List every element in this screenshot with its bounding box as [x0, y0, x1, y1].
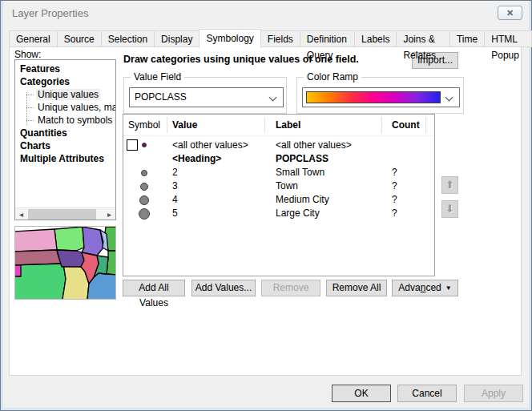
- value-field-dropdown[interactable]: POPCLASS: [129, 87, 284, 107]
- show-label: Show:: [14, 49, 41, 60]
- tree-item-unique-values[interactable]: Unique values: [15, 88, 115, 101]
- value-field-group: Value Field POPCLASS: [123, 77, 287, 114]
- dropdown-arrow-icon: ▼: [445, 284, 452, 292]
- tab-source[interactable]: Source: [57, 30, 102, 47]
- chevron-down-icon: [269, 94, 277, 102]
- column-header-label[interactable]: Label: [276, 115, 300, 135]
- table-row-large-city[interactable]: 5 Large City ?: [123, 207, 434, 220]
- close-icon: ✕: [506, 8, 514, 18]
- tab-strip: General Source Selection Display Symbolo…: [9, 30, 531, 48]
- map-preview: [14, 226, 116, 300]
- tree-horizontal-scrollbar[interactable]: ◂ ▸: [15, 208, 115, 220]
- tab-fields[interactable]: Fields: [260, 30, 300, 47]
- scrollbar-thumb[interactable]: [28, 209, 96, 220]
- column-header-count[interactable]: Count: [392, 115, 420, 135]
- title-bar[interactable]: Layer Properties ✕: [1, 1, 531, 25]
- ok-button[interactable]: OK: [332, 385, 391, 402]
- point-symbol-icon[interactable]: [139, 195, 149, 205]
- tree-connector-line: [26, 92, 27, 125]
- table-row-all-other-values[interactable]: <all other values> <all other values>: [123, 139, 434, 152]
- color-ramp-dropdown[interactable]: [302, 87, 460, 107]
- tab-html-popup[interactable]: HTML Popup: [484, 30, 532, 47]
- tab-selection[interactable]: Selection: [101, 30, 155, 47]
- chevron-down-icon: [445, 94, 453, 102]
- tree-item-features[interactable]: Features: [15, 62, 115, 75]
- tree-item-categories[interactable]: Categories: [15, 75, 115, 88]
- tree-item-quantities[interactable]: Quantities: [15, 127, 115, 139]
- point-symbol-icon[interactable]: [139, 208, 150, 220]
- advanced-button[interactable]: Advanced▼: [392, 280, 458, 296]
- table-row-medium-city[interactable]: 4 Medium City ?: [123, 193, 434, 207]
- tab-definition-query[interactable]: Definition Query: [300, 30, 355, 47]
- table-row-town[interactable]: 3 Town ?: [123, 179, 434, 193]
- close-button[interactable]: ✕: [498, 6, 522, 20]
- remove-button: Remove: [261, 280, 320, 296]
- dialog-title: Layer Properties: [12, 7, 88, 19]
- add-all-values-button[interactable]: Add All Values: [123, 280, 185, 296]
- point-symbol-icon[interactable]: [140, 183, 148, 191]
- column-header-value[interactable]: Value: [172, 115, 197, 135]
- renderer-tree: Features Categories Unique values Unique…: [14, 59, 116, 220]
- column-divider[interactable]: [264, 117, 265, 133]
- apply-button: Apply: [464, 385, 523, 402]
- tab-joins-relates[interactable]: Joins & Relates: [396, 30, 450, 47]
- column-divider[interactable]: [167, 117, 167, 133]
- tree-item-match-to-symbols[interactable]: Match to symbols in a: [15, 114, 115, 127]
- move-down-button[interactable]: ⬇: [441, 200, 458, 218]
- column-divider[interactable]: [381, 117, 382, 133]
- value-field-label: Value Field: [131, 71, 184, 83]
- tree-item-unique-values-many[interactable]: Unique values, many: [15, 101, 115, 114]
- tab-display[interactable]: Display: [154, 30, 200, 47]
- symbology-tab-page: Show: Features Categories Unique values …: [9, 46, 522, 376]
- table-row-heading[interactable]: <Heading> POPCLASS: [123, 152, 434, 166]
- header-divider: [123, 135, 434, 136]
- symbol-table[interactable]: Symbol Value Label Count <all other valu…: [123, 114, 435, 276]
- tab-labels[interactable]: Labels: [354, 30, 397, 47]
- column-header-symbol[interactable]: Symbol: [128, 115, 160, 135]
- color-ramp-preview: [306, 91, 441, 103]
- point-symbol-icon[interactable]: [141, 170, 147, 176]
- column-divider[interactable]: [425, 117, 426, 133]
- remove-all-button[interactable]: Remove All: [326, 280, 387, 296]
- value-field-selected: POPCLASS: [135, 91, 187, 103]
- scroll-right-icon[interactable]: ▸: [103, 208, 115, 220]
- up-arrow-icon: ⬆: [445, 179, 454, 191]
- map-preview-image: [15, 227, 115, 299]
- layer-properties-dialog: Layer Properties ✕ General Source Select…: [0, 0, 532, 411]
- cancel-button[interactable]: Cancel: [397, 385, 457, 402]
- tab-symbology[interactable]: Symbology: [199, 29, 260, 48]
- tree-item-multiple-attributes[interactable]: Multiple Attributes: [15, 152, 115, 165]
- color-ramp-label: Color Ramp: [304, 71, 361, 83]
- tree-item-charts[interactable]: Charts: [15, 139, 115, 152]
- color-ramp-group: Color Ramp: [296, 77, 464, 114]
- all-other-values-checkbox[interactable]: [127, 139, 138, 151]
- add-values-button[interactable]: Add Values...: [191, 280, 256, 296]
- tab-time[interactable]: Time: [449, 30, 485, 47]
- move-up-button[interactable]: ⬆: [441, 176, 458, 194]
- scroll-left-icon[interactable]: ◂: [15, 208, 27, 220]
- table-row-small-town[interactable]: 2 Small Town ?: [123, 166, 434, 179]
- point-symbol-icon[interactable]: [142, 143, 147, 147]
- down-arrow-icon: ⬇: [445, 203, 454, 215]
- tab-general[interactable]: General: [9, 30, 58, 47]
